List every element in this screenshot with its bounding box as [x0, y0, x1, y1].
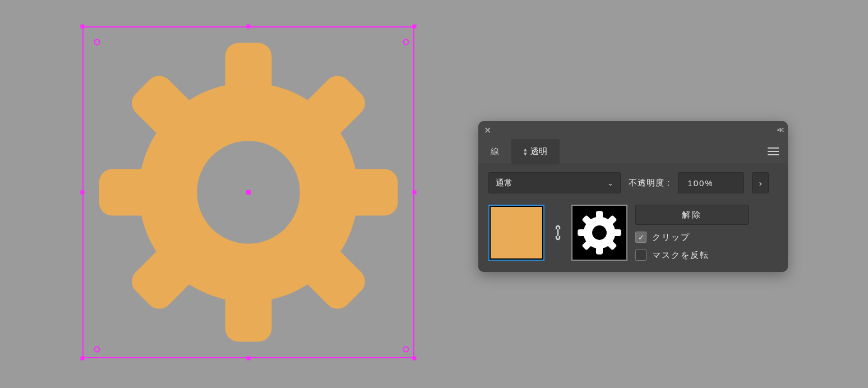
blend-mode-value: 通常: [496, 178, 513, 188]
svg-rect-12: [596, 211, 603, 223]
opacity-label: 不透明度 :: [629, 178, 670, 188]
resize-handle-br[interactable]: [413, 357, 417, 361]
panel-menu-button[interactable]: [759, 139, 788, 164]
resize-handle-mr[interactable]: [413, 191, 417, 195]
resize-handle-ml[interactable]: [81, 191, 85, 195]
svg-rect-14: [578, 229, 589, 236]
panel-body: 通常 ⌄ 不透明度 : 100% ›: [478, 164, 788, 272]
menu-icon: [768, 151, 779, 152]
artwork-thumbnail[interactable]: [488, 205, 544, 261]
invert-mask-checkbox[interactable]: [635, 250, 647, 261]
gear-icon: [575, 209, 624, 257]
svg-rect-3: [99, 169, 179, 216]
tab-label: 線: [491, 146, 499, 157]
collapse-icon[interactable]: <<: [777, 126, 782, 134]
tab-transparency[interactable]: ▴▾ 透明: [511, 139, 560, 164]
opacity-flyout-button[interactable]: ›: [752, 172, 769, 193]
blend-mode-select[interactable]: 通常 ⌄: [488, 172, 621, 193]
tab-label: 透明: [530, 146, 547, 157]
button-label: 解除: [682, 210, 702, 220]
corner-anchor-bl[interactable]: [94, 347, 100, 353]
sort-arrows-icon: ▴▾: [524, 147, 527, 156]
corner-anchor-tl[interactable]: [94, 39, 100, 45]
invert-mask-label: マスクを反転: [652, 250, 709, 261]
link-icon[interactable]: [552, 224, 564, 241]
clip-checkbox[interactable]: [635, 232, 647, 243]
svg-rect-2: [225, 262, 272, 341]
corner-anchor-tr[interactable]: [403, 39, 409, 45]
mask-thumbnail[interactable]: [571, 205, 627, 261]
opacity-input[interactable]: 100%: [678, 172, 744, 193]
resize-handle-tr[interactable]: [413, 25, 417, 29]
svg-rect-4: [318, 169, 398, 216]
canvas-selected-object[interactable]: [82, 26, 414, 358]
svg-rect-1: [225, 43, 272, 123]
close-icon[interactable]: ✕: [484, 125, 491, 136]
resize-handle-bl[interactable]: [81, 357, 85, 361]
chevron-right-icon: ›: [759, 178, 762, 188]
svg-rect-13: [596, 243, 603, 255]
svg-point-20: [592, 225, 607, 240]
clip-label: クリップ: [652, 232, 690, 243]
panel-titlebar[interactable]: ✕ <<: [478, 121, 788, 139]
transparency-panel: ✕ << 線 ▴▾ 透明 通常 ⌄ 不透明度 : 100% ›: [478, 121, 788, 272]
opacity-value: 100%: [687, 178, 713, 188]
resize-handle-tm[interactable]: [247, 25, 251, 29]
release-mask-button[interactable]: 解除: [635, 205, 749, 225]
chevron-down-icon: ⌄: [607, 179, 613, 187]
resize-handle-bm[interactable]: [247, 357, 251, 361]
panel-tabs: 線 ▴▾ 透明: [478, 139, 788, 164]
resize-handle-tl[interactable]: [81, 25, 85, 29]
tab-stroke[interactable]: 線: [478, 139, 511, 164]
center-point[interactable]: [246, 190, 251, 195]
corner-anchor-br[interactable]: [403, 347, 409, 353]
svg-rect-15: [610, 229, 621, 236]
